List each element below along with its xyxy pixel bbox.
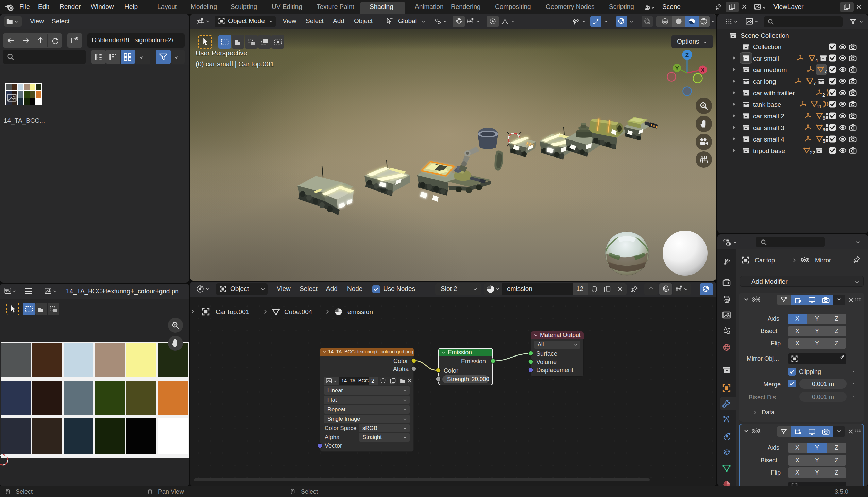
svg-text:X: X — [701, 67, 705, 73]
svg-text:Z: Z — [686, 52, 689, 58]
svg-text:Y: Y — [675, 66, 679, 71]
